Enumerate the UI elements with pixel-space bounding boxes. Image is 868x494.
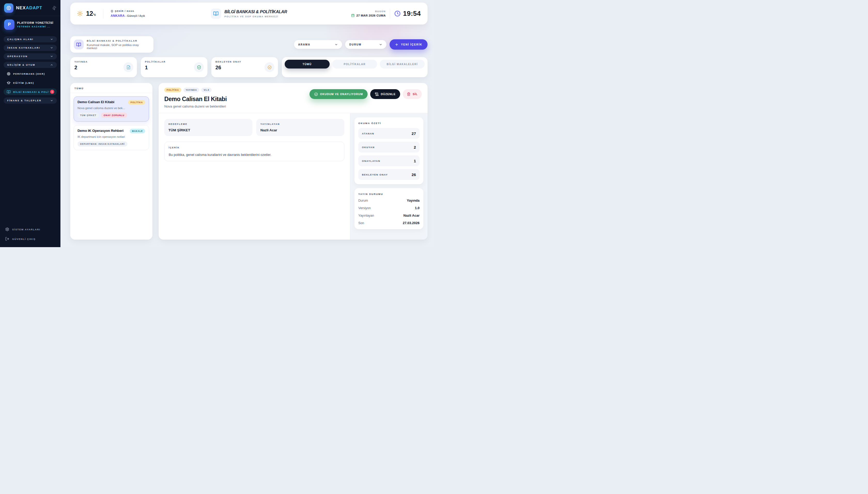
stat-label: BEKLEYEN ONAY [215,60,274,63]
date-value: 27 MAR 2026 CUMA [351,14,386,17]
chevron-down-icon [50,46,53,50]
summary-row: ONAYLAYAN 1 [358,155,419,166]
temperature: 12°c [86,10,96,17]
content-row: TÜMÜ Demo Calisan El Kitabi POLİTİKA Nov… [70,83,428,240]
sidebar-item-label: EĞİTİM (LMS) [13,81,34,84]
detail-header: POLİTİKA YAYINDA V1.0 Demo Calisan El Ki… [159,83,428,113]
detail-side-rail: OKUMA ÖZETİ ATANAN 27 OKUYAN 2 O [350,113,428,240]
city-condition: ANKARA - Güneşli / Açık [111,14,145,18]
trash-icon [407,92,411,96]
sidebar-item-sistem-ayarlari[interactable]: SİSTEM AYARLARI [5,227,55,231]
edit-button[interactable]: DÜZENLE [370,89,400,99]
sidebar-section-insan-kaynaklari[interactable]: İNSAN KAYNAKLARI [4,45,57,51]
search-select-label: ARAMA [298,43,310,46]
shield-check-icon [194,62,204,72]
summary-title: OKUMA ÖZETİ [358,122,419,125]
sidebar-item-guvenli-cikis[interactable]: GÜVENLİ ÇIKIŞ [5,237,55,241]
module-subtitle: POLİTİKA VE SOP OKUMA MERKEZİ [224,15,287,18]
document-list-panel: TÜMÜ Demo Calisan El Kitabi POLİTİKA Nov… [70,83,153,240]
sidebar-item-bilgi-bankasi[interactable]: BİLGİ BANKASI & POLİTİK 1 [4,89,57,95]
list-item-desc: Nova genel calisma duzeni ve bek... [78,107,145,110]
stats-row: YAYINDA 2 POLİTİKALAR 1 BEKLEYEN ONAY 26… [70,57,428,77]
page-title: BİLGİ BANKASI & POLİTİKALAR [87,39,150,42]
pin-off-icon[interactable] [52,6,56,10]
sidebar-section-operasyon[interactable]: OPERASYON [4,53,57,59]
divider [103,9,103,19]
clock-time: 19:54 [403,10,421,18]
status-row: Son 27.03.2026 [358,221,419,225]
avatar: P [4,19,15,30]
gear-icon [5,227,9,231]
book-open-icon [74,40,84,50]
sidebar-section-finans-talepler[interactable]: FİNANS & TALEPLER [4,97,57,104]
sidebar-footer: SİSTEM AYARLARI GÜVENLİ ÇIKIŞ [0,227,60,247]
field-label: HEDEFLEME [169,123,248,126]
sidebar-item-label: BİLGİ BANKASI & POLİTİK [13,91,49,93]
detail-actions: OKUDUM VE ONAYLIYORUM DÜZENLE SİL [310,89,422,108]
delete-button[interactable]: SİL [403,89,422,99]
today-label: BUGÜN [351,10,386,13]
search-select[interactable]: ARAMA [294,40,342,49]
brand-name: NEXADAPT [16,5,42,11]
document-detail-panel: POLİTİKA YAYINDA V1.0 Demo Calisan El Ki… [159,83,428,240]
status-title: YAYIN DURUMU [358,193,419,195]
city-weather-label: ŞEHİR / HAVA [111,10,145,13]
status-row: Yayınlayan Nazli Acar [358,213,419,217]
field-yayinlayan: YAYINLAYAN Nazli Acar [256,119,344,136]
content-text: Bu politika, genel calisma kurallarini v… [169,153,340,157]
page-header-controls: ARAMA DURUM YENİ İÇERİK [294,39,428,50]
detail-body: HEDEFLEME TÜM ŞİRKET YAYINLAYAN Nazli Ac… [159,113,428,240]
type-badge: MAKALE [130,129,145,133]
tab-tumu[interactable]: TÜMÜ [285,60,330,69]
content-label: İÇERİK [169,146,340,149]
check-circle-icon [314,92,318,96]
chevron-down-icon [50,99,53,102]
profile-role: YETENEK KAZANİMİ ... [17,25,54,28]
tab-bilgi-makaleleri[interactable]: BİLGİ MAKALELERİ [380,60,425,69]
stat-label: POLİTİKALAR [145,60,203,63]
weather-widget: 12°c ŞEHİR / HAVA ANKARA - Güneşli / Açı… [77,9,145,19]
section-label: İNSAN KAYNAKLARI [7,46,40,49]
approve-button[interactable]: OKUDUM VE ONAYLIYORUM [310,89,368,99]
sidebar-item-egitim-lms[interactable]: EĞİTİM (LMS) [4,79,57,86]
book-open-icon [211,8,221,19]
list-item[interactable]: Demo IK Operasyon Rehberi MAKALE IK depa… [74,125,149,150]
list-item[interactable]: Demo Calisan El Kitabi POLİTİKA Nova gen… [74,96,149,121]
sidebar-menu: ÇALIŞMA ALANI İNSAN KAYNAKLARI OPERASYON… [0,33,60,104]
brand-row: NEXADAPT [0,0,60,16]
stat-card-yayinda: YAYINDA 2 [70,57,137,77]
calendar-icon [351,14,355,17]
logout-icon [5,237,9,241]
list-item-title: Demo IK Operasyon Rehberi [78,129,123,133]
publish-status-card: YAYIN DURUMU Durum Yayında Versiyon 1.0 [354,188,423,229]
new-content-button[interactable]: YENİ İÇERİK [390,39,428,50]
summary-row: OKUYAN 2 [358,142,419,153]
page-header-row: BİLGİ BANKASI & POLİTİKALAR Kurumsal mak… [70,36,428,53]
sidebar-item-performans-okr[interactable]: PERFORMANS (OKR) [4,70,57,77]
app-logo-chip-icon [4,3,14,13]
sidebar-section-gelisim-uyum[interactable]: GELİŞİM & UYUM [4,62,57,68]
stat-card-bekleyen-onay: BEKLEYEN ONAY 26 [211,57,278,77]
audience-tag: TÜM ŞİRKET [78,113,99,118]
stat-card-politikalar: POLİTİKALAR 1 [141,57,208,77]
tab-politikalar[interactable]: POLİTİKALAR [332,60,377,69]
user-profile[interactable]: P PLATFORM YONETİCİSİ YETENEK KAZANİMİ .… [0,16,60,33]
sidebar-section-calisma-alani[interactable]: ÇALIŞMA ALANI [4,36,57,42]
type-badge: POLİTİKA [164,88,181,92]
audience-tag: DEPARTMAN: INSAN KAYNAKLARİ [78,141,127,147]
content-tabs: TÜMÜ POLİTİKALAR BİLGİ MAKALELERİ [282,57,428,77]
scroll-icon [375,92,379,96]
list-item-desc: IK departmani icin operasyon notlari [78,135,145,138]
section-label: OPERASYON [7,55,28,58]
module-title: BİLGİ BANKASI & POLİTİKALAR [224,10,287,14]
status-row: Durum Yayında [358,198,419,203]
status-select[interactable]: DURUM [345,40,387,49]
section-label: GELİŞİM & UYUM [7,63,35,66]
book-open-icon [7,90,11,94]
version-badge: V1.0 [201,88,212,92]
chevron-down-icon [50,55,53,58]
page-title-card: BİLGİ BANKASI & POLİTİKALAR Kurumsal mak… [70,36,154,53]
status-select-label: DURUM [349,43,361,46]
detail-title: Demo Calisan El Kitabi [164,96,227,102]
sun-icon [77,11,83,17]
